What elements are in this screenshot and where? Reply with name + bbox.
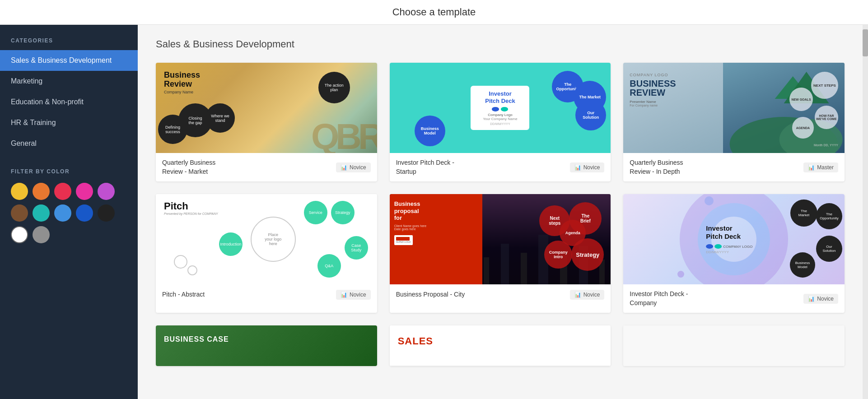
template-grid: BusinessReview Company Name QBR The acti… [156, 63, 845, 313]
template-card-biz-proposal[interactable]: Businessproposalfor Client Name goes her… [390, 194, 611, 313]
sidebar-item-general[interactable]: General [0, 133, 138, 154]
template-card-sales[interactable]: SALES [390, 325, 611, 366]
template-info-investor-startup: Investor Pitch Deck -Startup 📊 Novice [390, 153, 611, 181]
scrollbar-thumb[interactable] [863, 29, 868, 56]
template-name-pitch-abstract: Pitch - Abstract [162, 290, 205, 299]
bar-chart-icon: 📊 [341, 164, 347, 171]
bar-chart-icon-3: 📊 [808, 164, 815, 171]
color-swatch-yellow[interactable] [11, 183, 28, 200]
badge-biz-proposal: 📊 Novice [570, 290, 605, 300]
sidebar-item-marketing[interactable]: Marketing [0, 71, 138, 92]
thumbnail-biz-proposal: Businessproposalfor Client Name goes her… [390, 194, 611, 284]
sidebar-item-hr[interactable]: HR & Training [0, 112, 138, 133]
color-swatch-brown[interactable] [11, 204, 28, 222]
sidebar: CATEGORIES Sales & Business Development … [0, 25, 138, 399]
bar-chart-icon-5: 📊 [574, 292, 581, 298]
template-info-qbr-market: Quarterly BusinessReview - Market 📊 Novi… [156, 153, 377, 181]
color-swatch-gray[interactable] [33, 226, 50, 243]
content-area: Sales & Business Development BusinessRev… [138, 25, 863, 399]
thumbnail-investor-startup: InvestorPitch Deck Company Logo Your Com… [390, 63, 611, 153]
sidebar-item-education[interactable]: Education & Non-profit [0, 92, 138, 112]
thumbnail-investor-company: InvestorPitch Deck COMPANY LOGO DD/MM/YY… [623, 194, 845, 284]
template-name-qbr-depth: Quarterly BusinessReview - In Depth [630, 158, 683, 176]
color-swatch-orange[interactable] [33, 183, 50, 200]
bar-chart-icon-4: 📊 [341, 292, 347, 298]
template-card-investor-company[interactable]: InvestorPitch Deck COMPANY LOGO DD/MM/YY… [623, 194, 845, 313]
color-swatch-dark-blue[interactable] [76, 204, 93, 222]
partial-row: BUSINESS CASE SALES [156, 325, 845, 366]
color-swatch-pink[interactable] [76, 183, 93, 200]
thumbnail-qbr-depth: COMPANY LOGO BUSINESSREVIEW Presenter Na… [623, 63, 845, 153]
template-card-white-partial[interactable] [623, 325, 845, 366]
template-card-biz-case[interactable]: BUSINESS CASE [156, 325, 377, 366]
color-swatch-purple[interactable] [98, 183, 115, 200]
template-info-pitch-abstract: Pitch - Abstract 📊 Novice [156, 284, 377, 305]
color-swatch-red[interactable] [54, 183, 71, 200]
section-title: Sales & Business Development [156, 38, 845, 50]
template-name-investor-company: Investor Pitch Deck -Company [630, 290, 688, 307]
template-card-qbr-market[interactable]: BusinessReview Company Name QBR The acti… [156, 63, 377, 181]
color-swatch-black[interactable] [98, 204, 115, 222]
sidebar-item-sales[interactable]: Sales & Business Development [0, 50, 138, 71]
color-grid [11, 183, 127, 243]
page-title: Choose a template [392, 6, 476, 18]
thumbnail-qbr-market: BusinessReview Company Name QBR The acti… [156, 63, 377, 153]
template-name-biz-proposal: Business Proposal - City [396, 290, 465, 299]
badge-investor-company: 📊 Novice [803, 294, 838, 304]
depth-bg: COMPANY LOGO BUSINESSREVIEW Presenter Na… [623, 63, 845, 153]
badge-pitch-abstract: 📊 Novice [336, 290, 371, 300]
badge-qbr-market: 📊 Novice [336, 162, 371, 172]
color-swatch-light-blue[interactable] [54, 204, 71, 222]
thumbnail-pitch-abstract: Pitch Presented by PERSON for COMPANY Pl… [156, 194, 377, 284]
template-info-qbr-depth: Quarterly BusinessReview - In Depth 📊 Ma… [623, 153, 845, 181]
template-info-investor-company: Investor Pitch Deck -Company 📊 Novice [623, 284, 845, 313]
template-name-qbr-market: Quarterly BusinessReview - Market [162, 158, 215, 176]
template-info-biz-proposal: Business Proposal - City 📊 Novice [390, 284, 611, 305]
badge-investor-startup: 📊 Novice [570, 162, 605, 172]
badge-qbr-depth: 📊 Master [803, 162, 838, 172]
categories-label: CATEGORIES [0, 25, 138, 50]
template-card-pitch-abstract[interactable]: Pitch Presented by PERSON for COMPANY Pl… [156, 194, 377, 313]
color-swatch-white[interactable] [11, 226, 28, 243]
header: Choose a template [0, 0, 868, 25]
bar-chart-icon-6: 📊 [808, 296, 815, 302]
scrollbar-track[interactable] [863, 25, 868, 399]
main-layout: CATEGORIES Sales & Business Development … [0, 25, 868, 399]
template-card-investor-startup[interactable]: InvestorPitch Deck Company Logo Your Com… [390, 63, 611, 181]
color-swatch-teal[interactable] [33, 204, 50, 222]
template-card-qbr-depth[interactable]: COMPANY LOGO BUSINESSREVIEW Presenter Na… [623, 63, 845, 181]
filter-label: FILTER BY COLOR [11, 168, 127, 175]
filter-section: FILTER BY COLOR [0, 154, 138, 254]
template-name-investor-startup: Investor Pitch Deck -Startup [396, 158, 454, 176]
bar-chart-icon-2: 📊 [574, 164, 581, 171]
